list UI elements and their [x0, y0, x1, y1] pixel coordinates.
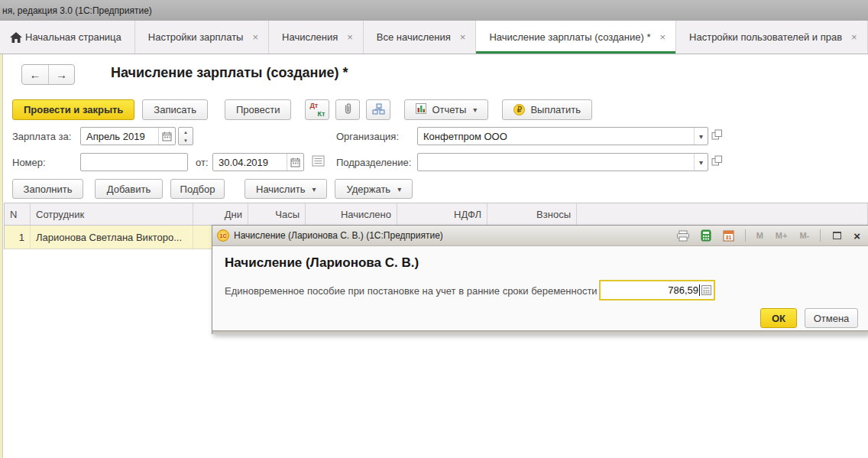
- tab-salary-settings[interactable]: Настройки зарплаты ×: [135, 21, 269, 54]
- period-stepper: ▲ ▼: [178, 127, 193, 145]
- close-tab-icon[interactable]: ×: [252, 31, 258, 43]
- chevron-down-icon[interactable]: ▾: [694, 154, 708, 171]
- salary-for-label: Зарплата за:: [12, 131, 71, 142]
- column-header-ndfl[interactable]: НДФЛ: [397, 203, 487, 226]
- chevron-down-icon: ▾: [473, 106, 477, 114]
- tab-all-accruals[interactable]: Все начисления ×: [364, 21, 477, 54]
- ok-button[interactable]: ОК: [760, 308, 797, 328]
- app-window: ня, редакция 3.0 (1С:Предприятие) Началь…: [0, 0, 868, 458]
- left-splitter[interactable]: [0, 54, 3, 458]
- chevron-down-icon: ▾: [397, 185, 401, 193]
- tab-accruals[interactable]: Начисления ×: [269, 21, 364, 54]
- benefit-amount-input[interactable]: 786,59: [599, 280, 715, 300]
- organization-value: Конфетпром ООО: [418, 131, 694, 142]
- department-input[interactable]: ▾: [417, 153, 708, 171]
- chevron-down-icon: ▾: [312, 185, 316, 193]
- close-tab-icon[interactable]: ×: [659, 31, 666, 43]
- spin-up-icon[interactable]: ▲: [179, 128, 193, 136]
- tab-label: Начисление зарплаты (создание) *: [489, 31, 650, 43]
- tab-label: Настройки зарплаты: [148, 31, 244, 43]
- column-header-hours[interactable]: Часы: [248, 203, 306, 226]
- pay-label: Выплатить: [530, 104, 581, 115]
- add-button[interactable]: Добавить: [95, 179, 163, 199]
- svg-text:31: 31: [726, 235, 732, 240]
- calendar-button[interactable]: 31: [720, 228, 738, 243]
- number-input[interactable]: [80, 153, 188, 171]
- save-button[interactable]: Записать: [142, 99, 208, 120]
- benefit-amount-value: 786,59: [668, 284, 698, 296]
- tab-home[interactable]: Начальная страница: [0, 21, 135, 54]
- close-dialog-button[interactable]: ×: [850, 229, 863, 242]
- column-header-filler: [577, 203, 868, 226]
- post-button[interactable]: Провести: [225, 99, 292, 120]
- salary-period-input[interactable]: Апрель 2019: [80, 127, 176, 145]
- open-form-icon: [711, 129, 723, 140]
- close-tab-icon[interactable]: ×: [851, 31, 857, 43]
- table-header: N Сотрудник Дни Часы Начислено НДФЛ Взно…: [4, 203, 868, 226]
- maximize-button[interactable]: [828, 228, 846, 243]
- calculator-small-icon[interactable]: [701, 285, 711, 295]
- open-organization-button[interactable]: [711, 129, 723, 140]
- divider: [820, 229, 821, 242]
- spin-down-icon[interactable]: ▼: [179, 136, 193, 145]
- row-number-cell: 1: [4, 226, 31, 249]
- dialog-bottom-frame: [212, 330, 868, 334]
- reports-button[interactable]: Отчеты ▾: [404, 99, 488, 120]
- calendar-picker-button[interactable]: [158, 128, 175, 145]
- close-tab-icon[interactable]: ×: [460, 31, 466, 43]
- document-journal-button[interactable]: [312, 155, 325, 167]
- calculator-button[interactable]: [697, 228, 715, 243]
- printer-icon: [676, 230, 690, 242]
- accrue-label: Начислить: [256, 184, 305, 195]
- withhold-button[interactable]: Удержать ▾: [335, 179, 413, 199]
- accrual-dialog: 1С Начисление (Ларионова С. В.) (1С:Пред…: [212, 225, 868, 334]
- print-button[interactable]: [674, 228, 692, 243]
- tab-label: Начисления: [282, 31, 338, 43]
- home-icon: [10, 32, 22, 43]
- pay-button[interactable]: ₽ Выплатить: [502, 99, 592, 120]
- dialog-body: Начисление (Ларионова С. В.) Единовремен…: [212, 246, 868, 330]
- memory-button[interactable]: M: [753, 231, 767, 240]
- open-department-button[interactable]: [711, 155, 723, 166]
- paperclip-icon: [342, 102, 353, 117]
- memory-plus-button[interactable]: M+: [772, 231, 792, 240]
- calendar-picker-button[interactable]: [287, 154, 303, 171]
- calendar-31-icon: 31: [723, 229, 734, 242]
- column-header-n[interactable]: N: [4, 203, 31, 226]
- 1c-logo-icon: 1С: [217, 229, 229, 242]
- structure-button[interactable]: [366, 99, 390, 120]
- forward-button[interactable]: →: [48, 65, 74, 84]
- cancel-button[interactable]: Отмена: [805, 308, 858, 328]
- back-button[interactable]: ←: [22, 65, 48, 84]
- column-header-days[interactable]: Дни: [193, 203, 248, 226]
- tab-label: Начальная страница: [25, 31, 121, 43]
- employee-cell[interactable]: Ларионова Светлана Викторо...: [31, 226, 193, 249]
- chevron-down-icon[interactable]: ▾: [694, 128, 708, 145]
- divider: [745, 229, 746, 242]
- organization-input[interactable]: Конфетпром ООО ▾: [417, 127, 708, 145]
- tab-salary-accrual-create[interactable]: Начисление зарплаты (создание) * ×: [476, 21, 676, 54]
- reports-label: Отчеты: [432, 104, 466, 115]
- column-header-employee[interactable]: Сотрудник: [31, 203, 193, 226]
- salary-period-value: Апрель 2019: [81, 131, 158, 142]
- window-titlebar[interactable]: ня, редакция 3.0 (1С:Предприятие): [0, 0, 868, 21]
- dialog-titlebar[interactable]: 1С Начисление (Ларионова С. В.) (1С:Пред…: [212, 226, 868, 246]
- tab-user-settings[interactable]: Настройки пользователей и прав ×: [676, 21, 868, 54]
- pick-button[interactable]: Подбор: [170, 179, 225, 199]
- attachments-button[interactable]: [335, 99, 360, 120]
- fill-button[interactable]: Заполнить: [12, 179, 83, 199]
- open-form-icon: [711, 155, 723, 166]
- column-header-contributions[interactable]: Взносы: [487, 203, 577, 226]
- calculator-icon: [701, 229, 711, 242]
- dtkt-icon: Дт Кт: [306, 100, 329, 119]
- structure-icon: [372, 103, 385, 117]
- accrue-button[interactable]: Начислить ▾: [245, 179, 327, 199]
- dtkt-button[interactable]: Дт Кт: [305, 99, 329, 120]
- date-value: 30.04.2019: [213, 157, 287, 168]
- column-header-accrued[interactable]: Начислено: [306, 203, 397, 226]
- memory-minus-button[interactable]: M-: [795, 231, 813, 240]
- post-and-close-button[interactable]: Провести и закрыть: [12, 99, 134, 120]
- date-input[interactable]: 30.04.2019: [212, 153, 304, 171]
- date-from-label: от:: [196, 157, 209, 168]
- close-tab-icon[interactable]: ×: [347, 31, 353, 43]
